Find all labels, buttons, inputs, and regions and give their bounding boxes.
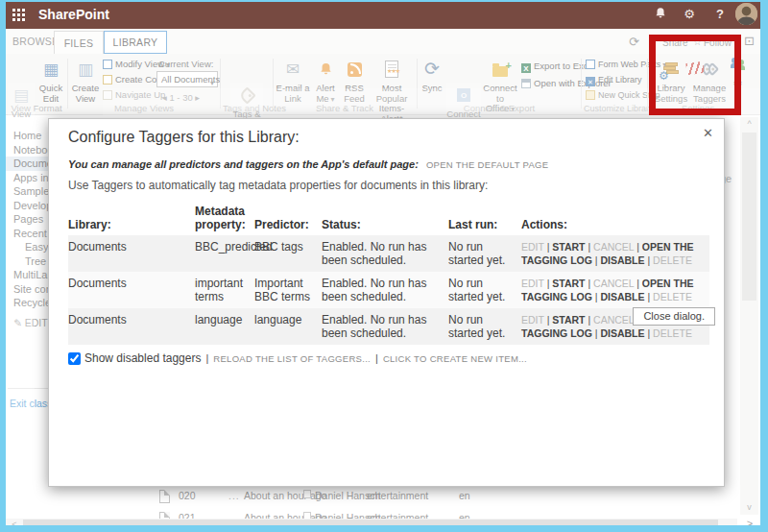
close-icon[interactable]: ✕: [703, 126, 713, 140]
action-link: DELETE: [653, 327, 692, 339]
action-separator: |: [586, 314, 594, 326]
cell-last-run: No run started yet.: [448, 235, 521, 272]
action-link[interactable]: DISABLE: [600, 254, 644, 266]
cell-last-run: No run started yet.: [448, 272, 521, 308]
action-link[interactable]: DISABLE: [600, 327, 644, 339]
sharepoint-page: SharePoint ⚙ ? BROWSE FILES LIBRARY ⟳ Sh…: [0, 0, 768, 532]
action-separator: |: [634, 278, 642, 289]
settings-gear-icon[interactable]: ⚙: [680, 6, 699, 23]
col-header-library: Library:: [68, 216, 195, 235]
table-row: Documents BBC_predicted BBC tags Enabled…: [68, 235, 709, 272]
reload-taggers-link[interactable]: RELOAD THE LIST OF TAGGERS...: [213, 353, 371, 364]
action-separator: |: [586, 241, 594, 253]
create-new-item-link[interactable]: CLICK TO CREATE NEW ITEM...: [383, 353, 527, 364]
cell-status: Enabled. No run has been scheduled.: [322, 235, 448, 272]
frame-edge-top: [0, 0, 768, 2]
footer-separator: |: [205, 352, 208, 364]
help-icon[interactable]: ?: [710, 6, 730, 23]
frame-edge-right: [760, 0, 768, 532]
action-separator: |: [645, 327, 654, 339]
cell-library: Documents: [68, 272, 195, 308]
cell-property: language: [195, 308, 254, 345]
cell-status: Enabled. No run has been scheduled.: [322, 308, 448, 345]
app-launcher-waffle-icon[interactable]: [12, 9, 15, 12]
cell-status: Enabled. No run has been scheduled.: [322, 272, 448, 308]
notifications-bell-icon[interactable]: [651, 6, 670, 23]
cell-property: important terms: [195, 272, 254, 308]
action-separator: |: [544, 314, 553, 326]
action-link: EDIT: [521, 241, 544, 253]
col-header-last-run: Last run:: [448, 216, 521, 235]
taggers-table: Library: Metadata property: Predictor: S…: [68, 203, 709, 345]
action-link: CANCEL: [593, 314, 634, 326]
suite-bar: SharePoint ⚙ ?: [0, 0, 768, 29]
open-default-page-link[interactable]: OPEN THE DEFAULT PAGE: [426, 159, 549, 170]
cell-last-run: No run started yet.: [448, 308, 521, 345]
action-link: EDIT: [521, 314, 544, 326]
dialog-intro: Use Taggers to automatically tag metadat…: [68, 179, 708, 192]
footer-separator: |: [375, 352, 378, 364]
action-link: DELETE: [653, 291, 692, 302]
app-title: SharePoint: [38, 7, 109, 22]
cell-predictor: BBC tags: [254, 235, 322, 272]
dialog-footer: Show disabled taggers | RELOAD THE LIST …: [68, 351, 708, 365]
action-separator: |: [634, 241, 642, 253]
cell-library: Documents: [68, 235, 195, 272]
cell-property: BBC_predicted: [195, 235, 254, 272]
close-dialog-button[interactable]: Close dialog.: [633, 307, 715, 326]
action-separator: |: [544, 241, 553, 253]
dialog-title: Configure Taggers for this Library:: [68, 129, 708, 146]
table-row: Documents important terms Important BBC …: [68, 272, 709, 308]
cell-predictor: language: [254, 308, 322, 345]
cell-predictor: Important BBC terms: [254, 272, 322, 308]
col-header-property: Metadata property:: [195, 203, 254, 235]
col-header-actions: Actions:: [521, 216, 709, 235]
action-separator: |: [645, 254, 654, 266]
action-link[interactable]: START: [552, 241, 585, 253]
user-avatar[interactable]: [735, 3, 757, 25]
table-header-row: Library: Metadata property: Predictor: S…: [68, 203, 709, 235]
dialog-note: You can manage all predictors and tagger…: [68, 158, 708, 170]
action-separator: |: [645, 291, 654, 302]
action-link: EDIT: [521, 278, 544, 289]
show-disabled-taggers-checkbox[interactable]: [68, 352, 81, 365]
frame-edge-bottom: [0, 525, 768, 532]
cell-actions: EDIT | START | CANCEL | OPEN THE TAGGING…: [521, 272, 709, 308]
table-row: Documents language language Enabled. No …: [68, 308, 709, 345]
cell-actions: EDIT | START | CANCEL | OPEN THE TAGGING…: [521, 235, 709, 272]
col-header-status: Status:: [322, 216, 448, 235]
action-link[interactable]: START: [552, 278, 585, 289]
action-separator: |: [586, 278, 594, 289]
show-disabled-taggers-label: Show disabled taggers: [84, 351, 201, 365]
cell-library: Documents: [68, 308, 195, 345]
action-link[interactable]: START: [552, 314, 585, 326]
red-highlight-annotation: [649, 35, 741, 115]
configure-taggers-dialog: ✕ Configure Taggers for this Library: Yo…: [48, 118, 725, 487]
action-link: DELETE: [653, 254, 692, 266]
col-header-predictor: Predictor:: [254, 216, 322, 235]
action-link[interactable]: DISABLE: [600, 291, 644, 302]
action-separator: |: [544, 278, 553, 289]
action-link: CANCEL: [593, 278, 634, 289]
action-link: CANCEL: [593, 241, 634, 253]
frame-edge-left: [0, 0, 6, 532]
